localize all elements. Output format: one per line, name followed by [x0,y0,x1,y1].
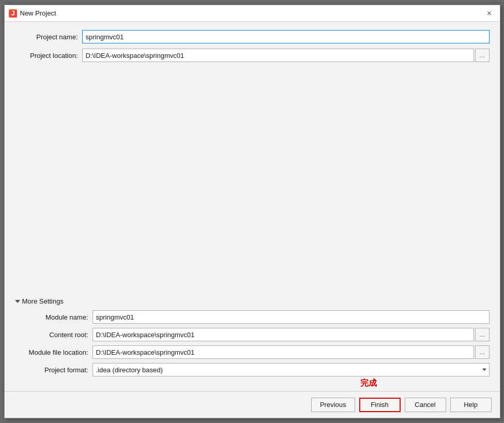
module-file-location-browse-button[interactable]: ... [475,345,490,359]
project-location-label: Project location: [15,52,82,59]
button-bar: 完成 Previous Finish Cancel Help [5,391,500,418]
previous-button[interactable]: Previous [311,398,355,412]
content-spacer [15,67,490,297]
dialog-content: Project name: Project location: ... More… [5,22,500,391]
project-name-label: Project name: [15,33,82,41]
project-name-row: Project name: [15,30,490,43]
content-root-row: Content root: ... [15,328,490,341]
title-bar: J New Project × [5,5,500,22]
more-settings-toggle[interactable]: More Settings [15,297,490,305]
new-project-dialog: J New Project × Project name: Project lo… [4,5,500,418]
module-file-location-label: Module file location: [15,349,93,356]
project-location-browse-button[interactable]: ... [475,49,490,62]
project-name-input[interactable] [82,30,490,43]
svg-text:J: J [11,10,14,17]
module-file-location-input[interactable] [93,345,474,359]
title-bar-left: J New Project [9,9,56,18]
project-location-input[interactable] [82,49,474,62]
help-button[interactable]: Help [450,398,492,412]
close-button[interactable]: × [483,7,496,20]
content-root-browse-button[interactable]: ... [475,328,490,341]
dialog-title: New Project [20,9,56,17]
more-settings-content: Module name: Content root: ... Module fi… [15,310,490,383]
project-format-row: Project format: .idea (directory based) [15,363,490,376]
project-format-label: Project format: [15,366,93,374]
content-root-input[interactable] [93,328,474,341]
content-root-label: Content root: [15,331,93,339]
module-name-row: Module name: [15,310,490,324]
triangle-expand-icon [15,300,20,303]
more-settings-section: More Settings Module name: Content root:… [15,297,490,383]
project-format-select[interactable]: .idea (directory based) [93,363,490,376]
app-icon: J [9,9,17,18]
project-location-row: Project location: ... [15,49,490,62]
module-name-label: Module name: [15,313,93,321]
module-name-input[interactable] [93,310,490,324]
module-file-location-row: Module file location: ... [15,345,490,359]
cancel-button[interactable]: Cancel [405,398,446,412]
project-format-wrapper: .idea (directory based) [93,363,490,376]
finish-button[interactable]: Finish [359,398,401,412]
more-settings-label: More Settings [22,297,64,305]
